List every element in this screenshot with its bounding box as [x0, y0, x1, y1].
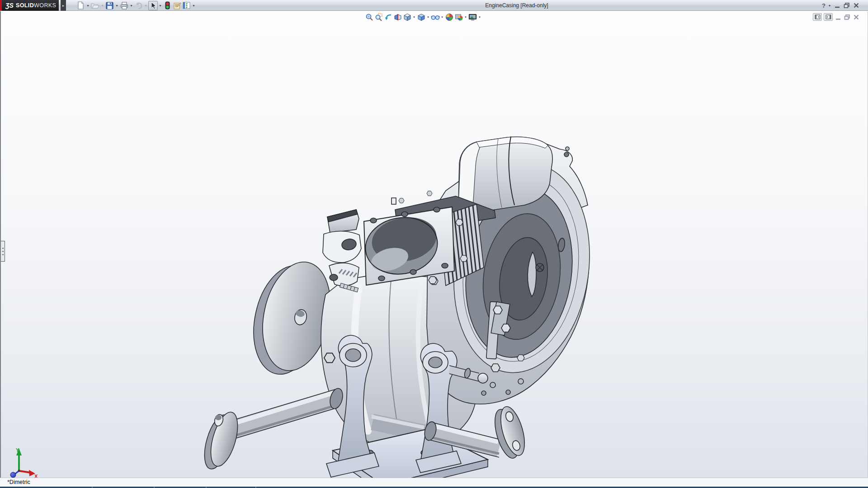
- heads-up-view-toolbar: ▾ ▾ ▾: [364, 12, 482, 22]
- save-button[interactable]: [105, 1, 114, 10]
- apply-scene-dropdown-icon[interactable]: ▾: [463, 15, 468, 19]
- zoom-to-area-button[interactable]: [374, 12, 383, 22]
- hide-show-items-dropdown-icon[interactable]: ▾: [440, 15, 444, 19]
- file-properties-button[interactable]: [172, 1, 182, 10]
- edit-appearance-icon: [445, 13, 453, 21]
- print-button[interactable]: [119, 1, 129, 10]
- zoom-to-fit-icon: [365, 13, 373, 21]
- help-dropdown-arrow-icon[interactable]: ▾: [828, 1, 831, 10]
- hide-show-items-icon: [431, 13, 440, 21]
- file-properties-icon: [173, 2, 181, 9]
- rebuild-button[interactable]: [163, 1, 172, 10]
- display-style-dropdown-icon[interactable]: ▾: [426, 15, 430, 19]
- apply-scene-button[interactable]: [454, 12, 463, 22]
- options-icon: [183, 2, 190, 9]
- window-controls: ? ▾: [822, 0, 860, 11]
- restore-right-pane-icon: [826, 14, 831, 19]
- view-settings-dropdown-icon[interactable]: ▾: [477, 15, 482, 19]
- section-view-icon: [394, 13, 402, 21]
- previous-view-icon: [384, 13, 392, 21]
- solidworks-logo-icon: ƷS: [5, 2, 14, 9]
- new-dropdown-arrow-icon[interactable]: ▾: [85, 1, 90, 10]
- collapse-arrow-icon: ◂: [2, 247, 3, 249]
- menu-flyout-button[interactable]: ▸: [61, 0, 66, 11]
- print-dropdown-arrow-icon[interactable]: ▾: [129, 1, 134, 10]
- hide-show-items-button[interactable]: [430, 12, 440, 22]
- engine-casing-model[interactable]: Y X Z: [1, 11, 868, 478]
- options-dropdown-arrow-icon[interactable]: ▾: [191, 1, 196, 10]
- view-orientation-button[interactable]: [402, 12, 412, 22]
- close-document-button[interactable]: [853, 14, 860, 20]
- collapse-arrow-icon: ◂: [2, 250, 3, 253]
- undo-dropdown-arrow-icon[interactable]: ▾: [143, 1, 148, 10]
- solidworks-window: ƷS SOLIDWORKS ▸ ▾ ▾: [0, 0, 868, 488]
- previous-view-button[interactable]: [383, 12, 393, 22]
- zoom-to-fit-button[interactable]: [364, 12, 374, 22]
- select-tool-button[interactable]: [148, 1, 158, 10]
- new-document-button[interactable]: [76, 1, 85, 10]
- save-dropdown-arrow-icon[interactable]: ▾: [114, 1, 119, 10]
- open-dropdown-arrow-icon[interactable]: ▾: [100, 1, 105, 10]
- window-title: EngineCasing [Read-only]: [485, 0, 548, 11]
- select-dropdown-arrow-icon[interactable]: ▾: [158, 1, 163, 10]
- open-icon: [91, 2, 99, 9]
- select-cursor-icon: [150, 2, 156, 9]
- apply-scene-icon: [455, 13, 463, 21]
- main-toolbar: ▾ ▾ ▾: [76, 0, 196, 11]
- model-geometry: [199, 136, 603, 478]
- open-button[interactable]: [90, 1, 100, 10]
- brand-works: WORKS: [34, 2, 56, 9]
- section-view-button[interactable]: [393, 12, 402, 22]
- options-button[interactable]: [182, 1, 191, 10]
- feature-panel-collapsed-tab[interactable]: ◂ ◂ ◂: [1, 241, 5, 262]
- close-window-button[interactable]: [853, 2, 860, 9]
- flyout-arrow-icon: ▸: [62, 4, 64, 8]
- title-bar: ƷS SOLIDWORKS ▸ ▾ ▾: [0, 0, 868, 11]
- rebuild-traffic-light-icon: [165, 1, 170, 9]
- restore-window-button[interactable]: [843, 2, 850, 9]
- print-icon: [120, 2, 128, 9]
- brand-solid: SOLID: [16, 2, 34, 9]
- view-settings-icon: [468, 14, 477, 21]
- triad-y-label: Y: [16, 447, 19, 453]
- minimize-document-button[interactable]: [835, 14, 842, 20]
- undo-button[interactable]: [134, 1, 143, 10]
- restore-document-button[interactable]: [844, 14, 851, 20]
- orientation-triad: Y X Z: [6, 447, 38, 478]
- display-style-button[interactable]: [416, 12, 426, 22]
- zoom-to-area-icon: [375, 13, 383, 21]
- graphics-viewport[interactable]: Y X Z: [0, 11, 868, 478]
- view-orientation-label: *Dimetric: [7, 479, 30, 485]
- triad-x-label: X: [34, 474, 38, 478]
- solidworks-logo: ƷS SOLIDWORKS: [0, 0, 59, 11]
- new-document-icon: [77, 1, 85, 9]
- status-bar: *Dimetric: [0, 478, 868, 487]
- collapse-arrow-icon: ◂: [2, 253, 3, 256]
- help-button[interactable]: ?: [822, 2, 826, 9]
- view-settings-button[interactable]: [468, 12, 477, 22]
- restore-left-pane-icon: [815, 14, 821, 19]
- view-orientation-icon: [403, 13, 411, 21]
- document-window-controls: [813, 13, 860, 21]
- edit-appearance-button[interactable]: [444, 12, 454, 22]
- restore-right-pane-button[interactable]: [824, 13, 833, 21]
- undo-icon: [135, 2, 143, 9]
- view-orientation-dropdown-icon[interactable]: ▾: [412, 15, 416, 19]
- restore-left-pane-button[interactable]: [813, 13, 822, 21]
- triad-z-ball-icon: [10, 472, 16, 478]
- save-icon: [106, 2, 113, 9]
- minimize-window-button[interactable]: [834, 2, 841, 9]
- display-style-icon: [417, 13, 425, 21]
